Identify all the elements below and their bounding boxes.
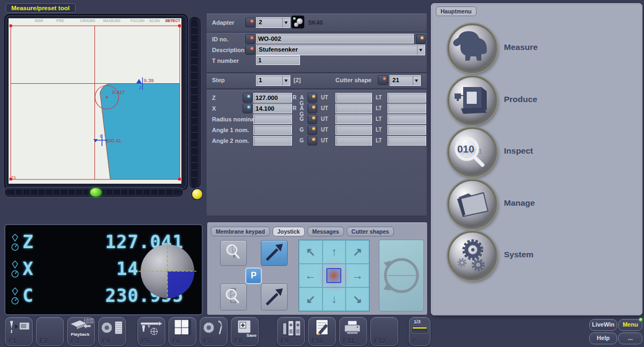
step-select[interactable]: 1	[256, 75, 290, 86]
fkey-f8[interactable]: Save F8	[231, 317, 259, 346]
angle1-ut-input[interactable]	[335, 125, 372, 135]
fkey-f5[interactable]: F5	[137, 317, 165, 346]
spindle-rotation-control[interactable]	[379, 240, 424, 312]
fkey-f12[interactable]: F12	[370, 317, 398, 346]
measure-window-icon	[170, 319, 195, 337]
angle2-lt-input[interactable]	[387, 136, 426, 146]
jog-down-left[interactable]: ↙	[299, 287, 323, 311]
fkey-f9[interactable]: F9	[277, 317, 305, 346]
menu-measure-button[interactable]	[448, 24, 497, 73]
c-axis-icons	[11, 287, 19, 306]
keyboard-icon	[410, 325, 429, 335]
menu-inspect-button[interactable]: 010101 010	[448, 127, 497, 177]
more-button[interactable]: ...	[618, 332, 642, 344]
arrow-up-right-icon	[261, 241, 287, 265]
fkey-f4[interactable]: F4	[98, 317, 126, 346]
tab-membrane-keypad[interactable]: Membrane keypad	[211, 227, 270, 236]
x-lt-label: LT	[376, 105, 382, 111]
dropdown-arrow-icon[interactable]	[413, 76, 420, 85]
x-tolerance-button[interactable]	[308, 104, 317, 113]
joystick-center-indicator[interactable]	[326, 268, 341, 283]
dropdown-arrow-icon[interactable]	[417, 45, 425, 55]
adapter-label: Adapter	[212, 19, 235, 26]
x-ut-input[interactable]	[335, 104, 372, 113]
zoom-slider-horizontal[interactable]	[4, 187, 184, 198]
jog-right[interactable]: →	[346, 264, 369, 287]
tab-messages[interactable]: Messages	[308, 227, 344, 236]
z-tolerance-button[interactable]	[308, 93, 317, 103]
menu-system-label[interactable]: System	[504, 250, 533, 259]
axis-name-c: C	[23, 285, 33, 306]
id-indicator-button[interactable]	[245, 34, 255, 44]
id-input[interactable]	[256, 34, 414, 44]
camera-view[interactable]: MSR PRE CRIS360 MASK360 FOC360 SCAN REF …	[9, 18, 181, 184]
angle1-lt-input[interactable]	[387, 125, 426, 135]
adapter-select[interactable]: 2	[256, 17, 290, 28]
description-indicator-button[interactable]	[245, 45, 255, 55]
angle2-flags: G	[286, 138, 305, 143]
angle2-ut-input[interactable]	[335, 136, 372, 146]
dropdown-arrow-icon[interactable]	[282, 18, 290, 27]
radius-ut-input[interactable]	[335, 114, 372, 124]
fkey-f2[interactable]: F2	[36, 317, 64, 346]
jog-fast-button[interactable]	[261, 240, 288, 266]
menu-inspect-label[interactable]: Inspect	[504, 146, 533, 156]
jog-slow-button[interactable]	[261, 284, 288, 310]
tab-cutter-shapes[interactable]: Cutter shapes	[347, 227, 394, 236]
x-mode-button[interactable]	[243, 104, 252, 113]
menu-manage-label[interactable]: Manage	[504, 198, 535, 208]
livewin-button[interactable]: LiveWin	[589, 319, 617, 331]
inspect-tool-shank-button[interactable]	[220, 284, 247, 310]
z-ut-input[interactable]	[335, 93, 372, 103]
menu-manage-button[interactable]	[448, 179, 497, 229]
bottom-angle-value: 100.41	[106, 138, 121, 143]
z-lt-label: LT	[376, 95, 382, 100]
cutter-shape-indicator-button[interactable]	[378, 75, 388, 85]
jog-up-left[interactable]: ↖	[299, 240, 323, 264]
fkey-f11[interactable]: F11	[339, 317, 367, 346]
main-menu-tab[interactable]: Hauptmenu	[436, 6, 477, 16]
z-mode-button[interactable]	[243, 93, 252, 103]
fkey-f10[interactable]: F10	[308, 317, 336, 346]
menu-button[interactable]: Menu	[618, 319, 642, 331]
x-lt-input[interactable]	[387, 104, 426, 113]
fkey-f7[interactable]: F7	[200, 317, 228, 346]
t-number-input[interactable]	[256, 55, 300, 65]
z-lt-input[interactable]	[387, 93, 426, 103]
magnifier-mill-icon	[221, 284, 246, 310]
fkey-f1[interactable]: F1	[5, 317, 33, 346]
save-note: Save	[246, 333, 257, 338]
id-lookup-button[interactable]	[416, 34, 426, 44]
p-mode-button[interactable]: P	[245, 268, 262, 284]
fkey-shift-page[interactable]: 1/3 F	[409, 317, 430, 346]
inspect-tool-tip-button[interactable]	[220, 240, 247, 266]
adapter-indicator-button[interactable]	[245, 18, 255, 27]
slider-knob[interactable]	[90, 187, 102, 197]
t-number-label: T number	[212, 57, 239, 64]
menu-measure-label[interactable]: Measure	[504, 42, 538, 52]
radius-lt-input[interactable]	[387, 114, 426, 124]
description-select[interactable]: Stufensenker	[256, 45, 425, 55]
tool-gear-hook-icon	[201, 319, 226, 337]
angle2-tolerance-button[interactable]	[308, 136, 317, 146]
menu-produce-button[interactable]	[448, 76, 497, 125]
jog-left[interactable]: ←	[299, 264, 323, 287]
menu-produce-label[interactable]: Produce	[504, 95, 537, 104]
jog-down-right[interactable]: ↘	[346, 287, 369, 311]
fkey-f6[interactable]: F6	[169, 317, 196, 346]
focus-slider-vertical[interactable]	[188, 16, 202, 189]
illumination-button[interactable]	[191, 188, 203, 200]
tab-joystick[interactable]: Joystick	[273, 227, 305, 236]
cutter-shape-label: Cutter shape	[335, 77, 371, 83]
fkey-f3[interactable]: Z 26.879 X 18.234 Playback F3	[67, 317, 95, 346]
jog-up-right[interactable]: ↗	[346, 240, 369, 264]
menu-system-button[interactable]	[448, 231, 497, 280]
jog-down[interactable]: ↓	[323, 287, 346, 311]
help-button[interactable]: Help	[589, 332, 617, 344]
radius-tolerance-button[interactable]	[308, 114, 317, 124]
cutter-shape-select[interactable]: 21	[390, 75, 421, 86]
jog-center[interactable]	[323, 264, 346, 287]
angle1-tolerance-button[interactable]	[308, 125, 317, 135]
dropdown-arrow-icon[interactable]	[282, 76, 290, 85]
jog-up[interactable]: ↑	[323, 240, 346, 264]
